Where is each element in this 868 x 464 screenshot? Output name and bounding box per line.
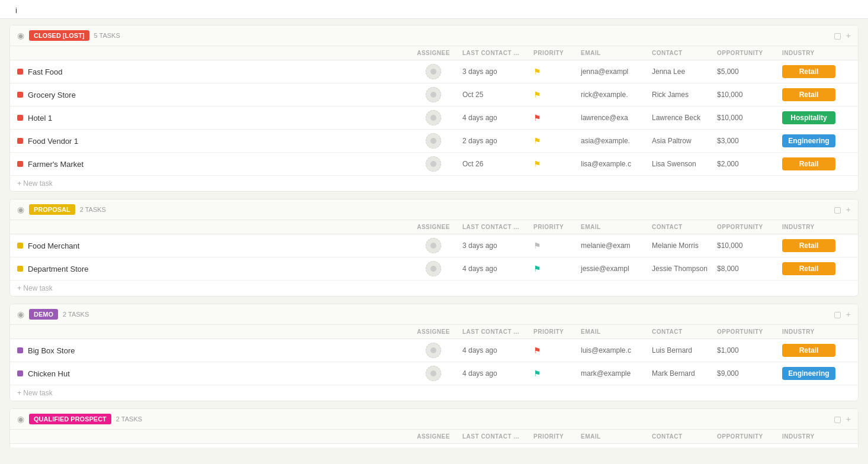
last-contact-cell: Oct 26 (460, 159, 531, 169)
collapse-icon[interactable]: ◉ (17, 310, 24, 319)
add-task-icon[interactable]: + (846, 205, 851, 214)
assignee-cell (407, 133, 460, 149)
task-name[interactable]: Food Vendor 1 (28, 137, 78, 146)
table-row[interactable]: Chicken Hut 4 days ago ⚑ mark@example Ma… (10, 362, 858, 385)
table-row[interactable]: Big Box Store 4 days ago ⚑ luis@example.… (10, 339, 858, 362)
col-assignee: ASSIGNEE (407, 432, 460, 441)
table-row[interactable]: Food Merchant 3 days ago ⚑ melanie@exam … (10, 234, 858, 257)
new-task-row[interactable]: + New task (10, 281, 858, 296)
task-dot (17, 115, 23, 121)
new-task-row[interactable]: + New task (10, 176, 858, 191)
col-priority: PRIORITY (531, 327, 578, 336)
industry-cell: Retail (780, 261, 851, 276)
col-email: EMAIL (578, 432, 650, 441)
group-header-demo: ◉ DEMO 2 TASKS ▢ + (10, 304, 858, 325)
group-task-count-demo: 2 TASKS (63, 311, 89, 318)
group-proposal: ◉ PROPOSAL 2 TASKS ▢ + ASSIGNEE LAST CON… (9, 199, 859, 297)
table-icon[interactable]: ▢ (834, 310, 841, 319)
industry-cell: Retail (780, 238, 851, 253)
collapse-icon[interactable]: ◉ (17, 205, 24, 214)
industry-badge: Engineering (782, 134, 835, 147)
contact-cell: Mark Bernard (650, 368, 715, 379)
opportunity-cell: $2,000 (715, 159, 780, 169)
table-row[interactable]: Hotel 1 4 days ago ⚑ lawrence@exa Lawren… (10, 107, 858, 130)
industry-cell: Hospitality (780, 110, 851, 125)
column-headers: ASSIGNEE LAST CONTACT ... PRIORITY EMAIL… (10, 220, 858, 234)
task-dot (17, 161, 23, 167)
task-name[interactable]: Food Merchant (28, 241, 79, 250)
email-cell: rick@example. (578, 89, 650, 100)
info-icon[interactable]: i (15, 6, 17, 15)
table-icon[interactable]: ▢ (834, 414, 841, 424)
priority-cell: ⚑ (531, 240, 578, 252)
col-assignee: ASSIGNEE (407, 49, 460, 57)
table-row[interactable]: Farmer's Market Oct 26 ⚑ lisa@example.c … (10, 153, 858, 176)
table-icon[interactable]: ▢ (834, 31, 841, 40)
last-contact-cell: 4 days ago (460, 345, 531, 356)
task-dot (17, 138, 23, 144)
task-name[interactable]: Chicken Hut (28, 369, 70, 378)
last-contact-cell: 4 days ago (460, 263, 531, 274)
task-name-cell: Chicken Hut (17, 369, 407, 378)
table-row[interactable]: Grocery Store Oct 25 ⚑ rick@example. Ric… (10, 83, 858, 107)
task-name[interactable]: Grocery Store (28, 91, 76, 99)
add-task-icon[interactable]: + (846, 31, 851, 40)
industry-cell: Engineering (780, 133, 851, 149)
task-dot (17, 92, 23, 98)
group-header-proposal: ◉ PROPOSAL 2 TASKS ▢ + (10, 199, 858, 220)
task-name[interactable]: Department Store (28, 265, 89, 273)
priority-cell: ⚑ (531, 158, 578, 170)
table-row[interactable]: Food Vendor 1 2 days ago ⚑ asia@example.… (10, 130, 858, 153)
avatar (426, 238, 441, 253)
task-name-cell: Department Store (17, 265, 407, 273)
task-dot (17, 69, 23, 75)
task-name-cell: Fast Food (17, 67, 407, 76)
industry-badge: Hospitality (782, 111, 835, 124)
col-assignee: ASSIGNEE (407, 327, 460, 336)
col-priority: PRIORITY (531, 223, 578, 231)
task-dot (17, 347, 23, 353)
table-icon[interactable]: ▢ (834, 205, 841, 214)
table-row[interactable]: Fast Food 3 days ago ⚑ jenna@exampl Jenn… (10, 60, 858, 83)
industry-badge: Retail (782, 88, 835, 101)
avatar (426, 87, 441, 102)
assignee-cell (407, 238, 460, 253)
avatar (426, 110, 441, 125)
email-cell: asia@example. (578, 136, 650, 146)
opportunity-cell: $9,000 (715, 368, 780, 379)
column-headers: ASSIGNEE LAST CONTACT ... PRIORITY EMAIL… (10, 325, 858, 339)
assignee-cell (407, 110, 460, 125)
main-content: ◉ CLOSED [LOST] 5 TASKS ▢ + ASSIGNEE LAS… (0, 19, 868, 447)
col-industry: INDUSTRY (780, 327, 851, 336)
column-headers: ASSIGNEE LAST CONTACT ... PRIORITY EMAIL… (10, 46, 858, 60)
task-name[interactable]: Hotel 1 (28, 114, 52, 123)
avatar (426, 261, 441, 276)
col-contact: CONTACT (650, 327, 715, 336)
task-name[interactable]: Fast Food (28, 67, 63, 76)
email-cell: lisa@example.c (578, 159, 650, 169)
industry-badge: Retail (782, 262, 835, 275)
table-row[interactable]: Hotel 2 Sep 26 ⚑ clarissa@exam Clarissa … (10, 444, 858, 447)
col-task (17, 327, 407, 336)
collapse-icon[interactable]: ◉ (17, 414, 24, 424)
col-industry: INDUSTRY (780, 432, 851, 441)
group-task-count-qualified-prospect: 2 TASKS (116, 415, 142, 423)
add-task-icon[interactable]: + (846, 414, 851, 424)
last-contact-cell: 4 days ago (460, 112, 531, 123)
collapse-icon[interactable]: ◉ (17, 31, 24, 40)
col-industry: INDUSTRY (780, 223, 851, 231)
col-contact: CONTACT (650, 223, 715, 231)
industry-badge: Retail (782, 239, 835, 252)
new-task-row[interactable]: + New task (10, 385, 858, 401)
top-bar: i (0, 0, 868, 19)
opportunity-cell: $5,000 (715, 66, 780, 77)
industry-cell: Retail (780, 87, 851, 102)
add-task-icon[interactable]: + (846, 310, 851, 319)
opportunity-cell: $10,000 (715, 240, 780, 251)
task-name[interactable]: Big Box Store (28, 346, 75, 355)
avatar (426, 156, 441, 172)
col-priority: PRIORITY (531, 49, 578, 57)
task-name[interactable]: Farmer's Market (28, 160, 83, 169)
table-row[interactable]: Department Store 4 days ago ⚑ jessie@exa… (10, 257, 858, 281)
col-last-contact: LAST CONTACT ... (460, 327, 531, 336)
